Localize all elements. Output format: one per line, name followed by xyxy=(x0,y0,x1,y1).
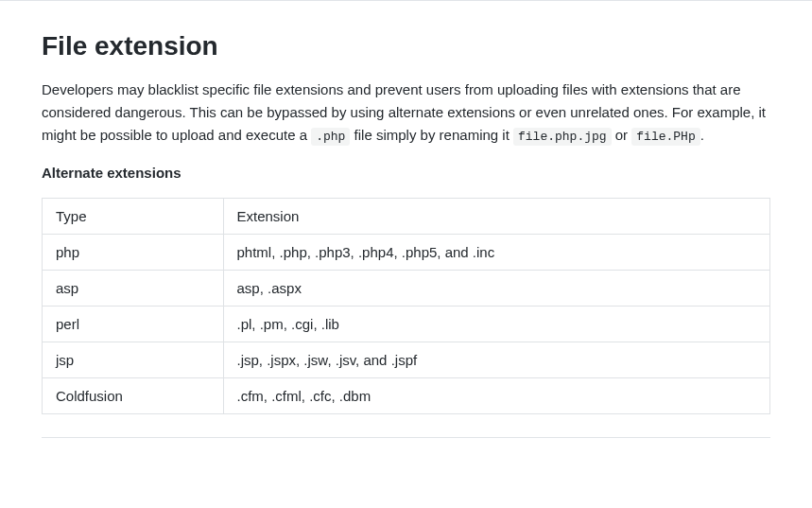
table-cell-type: Coldfusion xyxy=(43,377,224,413)
table-header-row: Type Extension xyxy=(43,198,770,234)
table-cell-extension: asp, .aspx xyxy=(223,270,769,306)
table-cell-extension: phtml, .php, .php3, .php4, .php5, and .i… xyxy=(223,234,769,270)
table-body: Type Extension php phtml, .php, .php3, .… xyxy=(43,198,770,413)
table-cell-type: php xyxy=(43,234,224,270)
inline-code-filename2: file.PHp xyxy=(631,128,700,146)
table-header-type: Type xyxy=(43,198,224,234)
table-cell-type: jsp xyxy=(43,342,224,377)
bottom-divider xyxy=(42,437,770,438)
subheading-alternate-extensions: Alternate extensions xyxy=(42,165,770,181)
content-container: File extension Developers may blacklist … xyxy=(0,1,812,461)
table-row: asp asp, .aspx xyxy=(43,270,770,306)
description-paragraph: Developers may blacklist specific file e… xyxy=(42,79,770,148)
table-cell-extension: .jsp, .jspx, .jsw, .jsv, and .jspf xyxy=(223,342,769,377)
extensions-table: Type Extension php phtml, .php, .php3, .… xyxy=(42,198,770,414)
description-text-4: . xyxy=(700,127,704,143)
table-row: jsp .jsp, .jspx, .jsw, .jsv, and .jspf xyxy=(43,342,770,377)
description-text-3: or xyxy=(612,127,632,143)
section-heading: File extension xyxy=(42,31,770,61)
table-cell-type: asp xyxy=(43,270,224,306)
table-cell-extension: .pl, .pm, .cgi, .lib xyxy=(223,306,769,342)
inline-code-php: .php xyxy=(311,128,350,146)
inline-code-filename1: file.php.jpg xyxy=(513,128,612,146)
table-row: php phtml, .php, .php3, .php4, .php5, an… xyxy=(43,234,770,270)
table-cell-extension: .cfm, .cfml, .cfc, .dbm xyxy=(223,377,769,413)
table-header-extension: Extension xyxy=(223,198,769,234)
table-row: perl .pl, .pm, .cgi, .lib xyxy=(43,306,770,342)
table-cell-type: perl xyxy=(43,306,224,342)
table-row: Coldfusion .cfm, .cfml, .cfc, .dbm xyxy=(43,377,770,413)
description-text-2: file simply by renaming it xyxy=(350,127,513,143)
